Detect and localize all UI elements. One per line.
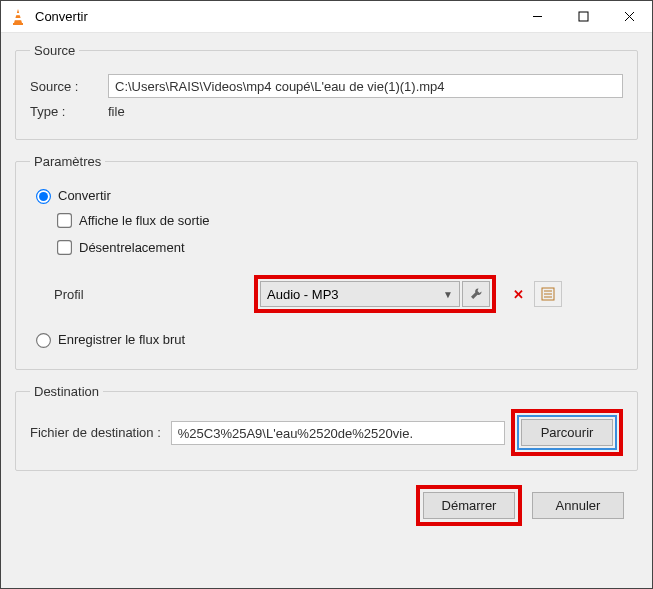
check-deinterlace-label: Désentrelacement — [79, 240, 185, 255]
browse-highlight: Parcourir — [511, 409, 623, 456]
browse-button[interactable]: Parcourir — [521, 419, 613, 446]
radio-convert-input[interactable] — [36, 189, 51, 204]
content-area: Source Source : C:\Users\RAIS\Videos\mp4… — [1, 33, 652, 540]
chevron-down-icon: ▼ — [443, 289, 453, 300]
destination-label: Fichier de destination : — [30, 425, 161, 440]
radio-raw-label: Enregistrer le flux brut — [58, 332, 185, 347]
svg-rect-2 — [15, 13, 21, 15]
x-icon: ✕ — [513, 287, 524, 302]
start-button[interactable]: Démarrer — [423, 492, 515, 519]
radio-convert-label: Convertir — [58, 188, 111, 203]
source-group: Source Source : C:\Users\RAIS\Videos\mp4… — [15, 43, 638, 140]
maximize-button[interactable] — [560, 1, 606, 33]
profile-highlight: Audio - MP3 ▼ — [254, 275, 496, 313]
cancel-button[interactable]: Annuler — [532, 492, 624, 519]
profile-select[interactable]: Audio - MP3 ▼ — [260, 281, 460, 307]
list-icon — [541, 287, 555, 301]
parameters-group: Paramètres Convertir Affiche le flux de … — [15, 154, 638, 370]
delete-profile-button[interactable]: ✕ — [504, 281, 532, 307]
dialog-buttons: Démarrer Annuler — [15, 485, 638, 526]
new-profile-button[interactable] — [534, 281, 562, 307]
profile-select-value: Audio - MP3 — [267, 287, 339, 302]
check-show-output-input[interactable] — [57, 213, 72, 228]
browse-focus: Parcourir — [517, 415, 617, 450]
vlc-icon — [9, 8, 27, 26]
source-field[interactable]: C:\Users\RAIS\Videos\mp4 coupé\L'eau de … — [108, 74, 623, 98]
destination-legend: Destination — [30, 384, 103, 399]
convert-dialog: Convertir Source Source : C:\Users\RAIS\… — [0, 0, 653, 589]
close-button[interactable] — [606, 1, 652, 33]
start-highlight: Démarrer — [416, 485, 522, 526]
check-show-output-label: Affiche le flux de sortie — [79, 213, 210, 228]
check-deinterlace-input[interactable] — [57, 240, 72, 255]
check-deinterlace[interactable]: Désentrelacement — [54, 238, 623, 257]
radio-raw[interactable]: Enregistrer le flux brut — [32, 331, 623, 347]
destination-field[interactable]: %25C3%25A9\L'eau%2520de%2520vie. — [171, 421, 505, 445]
source-legend: Source — [30, 43, 79, 58]
radio-raw-input[interactable] — [36, 333, 51, 348]
titlebar: Convertir — [1, 1, 652, 33]
minimize-button[interactable] — [514, 1, 560, 33]
type-value: file — [108, 104, 125, 119]
profile-label: Profil — [54, 287, 254, 302]
wrench-icon — [469, 287, 483, 301]
check-show-output[interactable]: Affiche le flux de sortie — [54, 211, 623, 230]
parameters-legend: Paramètres — [30, 154, 105, 169]
window-title: Convertir — [35, 9, 514, 24]
svg-rect-5 — [579, 12, 588, 21]
edit-profile-button[interactable] — [462, 281, 490, 307]
svg-marker-0 — [14, 9, 22, 23]
svg-rect-1 — [13, 23, 23, 25]
source-label: Source : — [30, 79, 98, 94]
type-label: Type : — [30, 104, 98, 119]
radio-convert[interactable]: Convertir — [32, 187, 623, 203]
destination-group: Destination Fichier de destination : %25… — [15, 384, 638, 471]
svg-rect-3 — [14, 18, 22, 20]
